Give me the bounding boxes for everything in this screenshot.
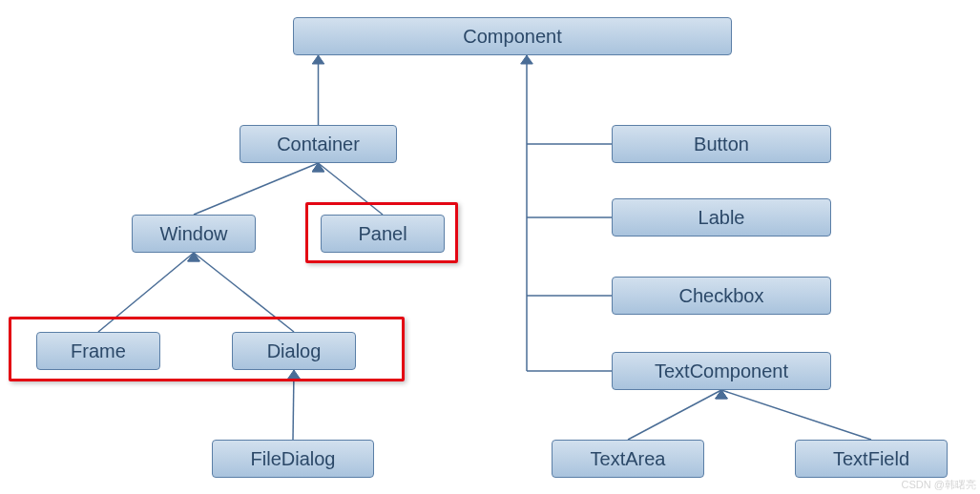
node-textcomponent: TextComponent bbox=[612, 352, 831, 390]
edge-textfield-textcomponent bbox=[721, 390, 871, 440]
highlight-framedialog_hl bbox=[9, 317, 405, 381]
highlight-panel_hl bbox=[305, 202, 458, 263]
node-filedialog-label: FileDialog bbox=[251, 448, 336, 470]
node-container: Container bbox=[240, 125, 397, 163]
diagram-canvas: ComponentContainerWindowPanelFrameDialog… bbox=[0, 0, 980, 494]
watermark: CSDN @韩曙亮 bbox=[902, 478, 976, 492]
node-lable-label: Lable bbox=[699, 207, 745, 229]
node-component: Component bbox=[293, 17, 732, 55]
node-textfield: TextField bbox=[795, 440, 948, 478]
edge-textarea-textcomponent bbox=[628, 390, 721, 440]
node-textfield-label: TextField bbox=[833, 448, 909, 470]
node-button-label: Button bbox=[694, 134, 749, 155]
edge-window-container bbox=[194, 163, 319, 215]
node-lable: Lable bbox=[612, 198, 831, 237]
node-window-label: Window bbox=[159, 223, 227, 245]
node-window: Window bbox=[132, 215, 256, 253]
node-textcomponent-label: TextComponent bbox=[655, 360, 788, 382]
arrowhead-icon bbox=[312, 55, 324, 64]
node-button: Button bbox=[612, 125, 831, 163]
node-container-label: Container bbox=[277, 134, 360, 155]
arrowhead-icon bbox=[521, 55, 533, 64]
node-checkbox: Checkbox bbox=[612, 277, 831, 315]
node-textarea: TextArea bbox=[552, 440, 704, 478]
node-textarea-label: TextArea bbox=[591, 448, 666, 470]
node-filedialog: FileDialog bbox=[212, 440, 374, 478]
node-checkbox-label: Checkbox bbox=[679, 285, 764, 307]
node-component-label: Component bbox=[463, 26, 561, 48]
